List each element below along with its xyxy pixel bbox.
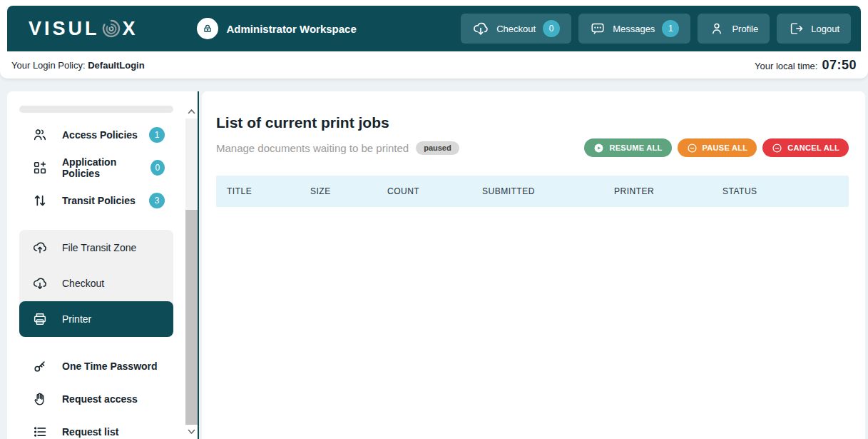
list-icon — [32, 424, 48, 439]
checkout-count-badge: 0 — [543, 20, 560, 37]
hand-icon — [32, 391, 48, 407]
login-policy: Your Login Policy: DefaultLogin — [11, 60, 145, 71]
top-section: VISUL X Administrator Workspace — [0, 0, 868, 79]
lock-avatar — [197, 18, 218, 39]
sidebar-policy-items: Access Policies 1 Application Policies 0 — [7, 118, 198, 217]
logo-text-right: X — [123, 18, 138, 40]
print-jobs-table-header: TITLE SIZE COUNT SUBMITTED PRINTER STATU… — [216, 176, 849, 207]
pause-circle-icon — [687, 143, 698, 153]
cancel-all-button[interactable]: CANCEL ALL — [762, 138, 849, 157]
sidebar-item-label: Request access — [62, 393, 138, 405]
people-icon — [32, 127, 48, 143]
transit-policies-count-badge: 3 — [149, 193, 165, 208]
sidebar-item-label: Access Policies — [62, 129, 138, 141]
cancel-all-label: CANCEL ALL — [787, 143, 839, 152]
sidebar-transfer-group: File Transit Zone Checkout — [19, 230, 173, 337]
cancel-circle-icon — [772, 143, 782, 153]
column-header-size: SIZE — [310, 186, 387, 196]
scrolled-item-partial — [19, 106, 173, 113]
scrollbar-track[interactable] — [185, 118, 198, 425]
sidebar-item-label: One Time Password — [62, 360, 158, 372]
column-header-submitted: SUBMITTED — [482, 186, 614, 196]
sidebar-item-label: Application Policies — [62, 156, 150, 179]
content-area: Access Policies 1 Application Policies 0 — [0, 91, 868, 439]
messages-label: Messages — [613, 24, 655, 34]
sidebar-item-printer[interactable]: Printer — [19, 301, 173, 337]
local-time-value: 07:50 — [822, 58, 857, 73]
sidebar-item-checkout[interactable]: Checkout — [19, 266, 173, 301]
main-panel: List of current print jobs Manage docume… — [202, 91, 865, 439]
sidebar-item-file-transit-zone[interactable]: File Transit Zone — [19, 230, 173, 266]
scroll-down-arrow[interactable] — [185, 425, 198, 439]
cloud-download-icon — [472, 20, 489, 37]
sidebar-item-transit-policies[interactable]: Transit Policies 3 — [19, 184, 173, 217]
workspace-title: Administrator Workspace — [227, 23, 357, 35]
scroll-up-arrow[interactable] — [185, 104, 198, 118]
key-icon — [32, 358, 48, 374]
sidebar-item-one-time-password[interactable]: One Time Password — [19, 350, 173, 383]
lock-icon — [203, 24, 213, 34]
logo-text-left: VISUL — [29, 18, 100, 40]
page-title: List of current print jobs — [216, 114, 849, 131]
profile-icon — [709, 21, 725, 36]
messages-count-badge: 1 — [662, 20, 679, 37]
logo-swirl-icon — [101, 18, 122, 39]
bulk-actions: RESUME ALL PAUSE ALL CANCEL ALL — [584, 138, 849, 157]
local-time-label: Your local time: — [755, 61, 817, 71]
sidebar-item-application-policies[interactable]: Application Policies 0 — [19, 151, 173, 184]
sidebar-bottom-items: One Time Password Request access — [7, 350, 198, 439]
checkout-label: Checkout — [496, 24, 536, 34]
arrows-up-down-icon — [32, 193, 48, 208]
sidebar-item-request-access[interactable]: Request access — [19, 383, 173, 415]
logout-button[interactable]: Logout — [777, 14, 851, 44]
pause-all-label: PAUSE ALL — [703, 143, 748, 152]
subtitle-row: Manage documents waiting to be printed p… — [216, 138, 849, 157]
access-policies-count-badge: 1 — [149, 127, 165, 143]
play-circle-icon — [593, 143, 604, 153]
local-time: Your local time: 07:50 — [755, 58, 857, 73]
sidebar-item-label: Transit Policies — [62, 195, 136, 206]
logout-icon — [788, 21, 804, 36]
visulox-logo: VISUL X — [29, 18, 138, 40]
sidebar-item-label: Printer — [62, 313, 91, 325]
app-grid-plus-icon — [32, 160, 48, 176]
sidebar-item-access-policies[interactable]: Access Policies 1 — [19, 118, 173, 151]
profile-button[interactable]: Profile — [698, 14, 770, 44]
login-policy-value: DefaultLogin — [88, 60, 144, 71]
page-subtitle: Manage documents waiting to be printed — [216, 142, 409, 154]
column-header-title: TITLE — [227, 186, 310, 196]
resume-all-button[interactable]: RESUME ALL — [584, 138, 671, 157]
sidebar-item-label: Request list — [62, 426, 118, 438]
scrollbar-thumb[interactable] — [185, 210, 198, 425]
app-header: VISUL X Administrator Workspace — [7, 6, 861, 51]
status-badge: paused — [416, 141, 459, 155]
workspace-indicator: Administrator Workspace — [197, 18, 357, 39]
sidebar: Access Policies 1 Application Policies 0 — [7, 91, 199, 439]
messages-icon — [590, 21, 606, 36]
print-jobs-table-body — [216, 207, 849, 350]
login-policy-label: Your Login Policy: — [11, 60, 86, 71]
sidebar-item-label: File Transit Zone — [62, 242, 136, 253]
sidebar-item-label: Checkout — [62, 278, 104, 289]
column-header-printer: PRINTER — [614, 186, 723, 196]
header-actions: Checkout 0 Messages 1 Profile — [461, 14, 851, 44]
column-header-status: STATUS — [723, 186, 849, 196]
pause-all-button[interactable]: PAUSE ALL — [678, 138, 757, 157]
printer-icon — [32, 311, 48, 327]
sidebar-item-request-list[interactable]: Request list — [19, 415, 173, 439]
cloud-download-icon — [32, 276, 48, 291]
sidebar-scrollbar — [185, 91, 198, 439]
profile-label: Profile — [732, 24, 758, 34]
application-policies-count-badge: 0 — [150, 160, 165, 176]
messages-button[interactable]: Messages 1 — [578, 14, 690, 44]
column-header-count: COUNT — [387, 186, 482, 196]
cloud-upload-icon — [32, 240, 48, 256]
policy-bar: Your Login Policy: DefaultLogin Your loc… — [1, 51, 867, 79]
checkout-button[interactable]: Checkout 0 — [461, 14, 571, 44]
resume-all-label: RESUME ALL — [609, 143, 662, 152]
logout-label: Logout — [811, 24, 839, 34]
